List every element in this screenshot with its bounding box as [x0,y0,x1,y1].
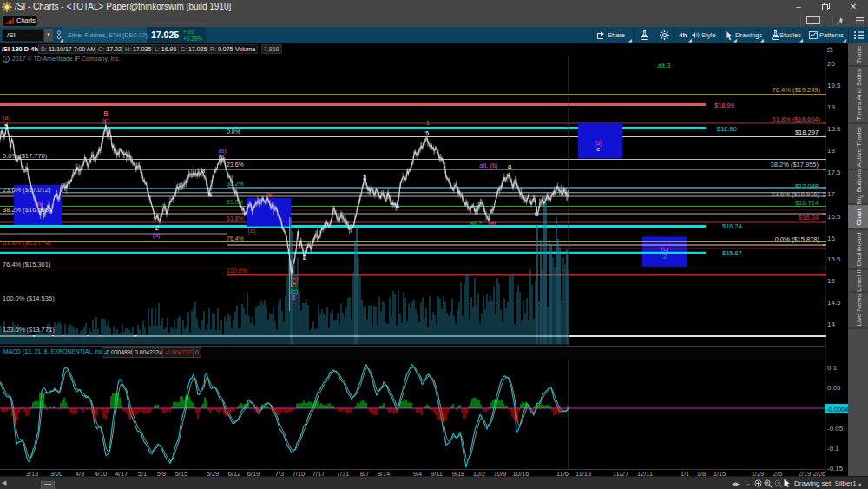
svg-text:5: 5 [219,154,222,162]
svg-text:2: 2 [663,253,667,261]
svg-text:15.5: 15.5 [827,255,841,263]
svg-text:(a): (a) [488,220,496,228]
svg-text:18.5: 18.5 [827,125,841,133]
svg-text:0.05: 0.05 [827,384,841,392]
svg-text:alt.3: alt.3 [657,62,671,69]
svg-text:1: 1 [297,229,300,237]
svg-text:4: 4 [208,191,212,199]
svg-text:$18.297: $18.297 [795,129,819,136]
svg-text:0.0% ($17.776): 0.0% ($17.776) [3,152,48,160]
svg-text:(c): (c) [102,116,110,124]
svg-text:20: 20 [827,60,835,68]
svg-text:-0.05: -0.05 [827,425,844,433]
svg-text:b: b [535,210,538,218]
svg-text:19: 19 [827,103,835,111]
svg-text:(a): (a) [247,227,256,235]
svg-text:$16.34: $16.34 [799,214,819,221]
svg-text:(b): (b) [35,200,43,208]
svg-text:61.8%: 61.8% [227,215,244,221]
svg-text:$17.088: $17.088 [795,182,819,190]
svg-text:$18.99: $18.99 [714,102,734,109]
svg-text:61.8% ($15.774): 61.8% ($15.774) [3,239,51,247]
svg-text:$15.67: $15.67 [722,249,742,257]
svg-text:17: 17 [827,190,835,198]
svg-text:19.5: 19.5 [827,82,841,89]
svg-text:-0.0004: -0.0004 [826,406,848,413]
svg-text:alt 2: alt 2 [470,220,482,228]
svg-text:$16.24: $16.24 [722,222,742,230]
svg-text:5: 5 [4,122,8,130]
svg-text:23.6% ($17.012): 23.6% ($17.012) [3,186,51,194]
svg-text:123.6% ($13.771): 123.6% ($13.771) [3,326,55,334]
svg-text:0.1: 0.1 [827,364,838,372]
svg-text:0.0% ($15.878): 0.0% ($15.878) [775,235,820,243]
svg-text:4: 4 [396,202,399,210]
svg-text:38.2% ($17.955): 38.2% ($17.955) [771,161,819,169]
svg-text:(b): (b) [266,191,274,199]
svg-text:16.5: 16.5 [827,213,841,221]
svg-text:61.8% ($18.604): 61.8% ($18.604) [773,116,821,123]
svg-text:17.5: 17.5 [827,169,841,176]
svg-text:23.6%: 23.6% [227,162,244,168]
svg-text:1: 1 [153,215,156,223]
svg-text:(c): (c) [661,245,669,253]
svg-text:(a): (a) [3,114,11,122]
svg-text:0.0%: 0.0% [227,129,240,135]
svg-text:1: 1 [426,119,430,127]
svg-text:23.6% ($16.916): 23.6% ($16.916) [772,190,820,198]
svg-text:76.4% ($19.249): 76.4% ($19.249) [773,86,821,94]
svg-text:18: 18 [827,147,835,155]
svg-text:-0.1: -0.1 [827,445,839,453]
svg-text:50.0%: 50.0% [227,199,244,205]
svg-text:3: 3 [363,174,366,182]
svg-text:-0.15: -0.15 [827,465,844,472]
svg-text:5: 5 [425,129,429,137]
svg-text:100.0%: 100.0% [227,268,247,274]
svg-text:16: 16 [827,235,835,242]
svg-text:$16.714: $16.714 [795,199,819,207]
svg-text:100.0% ($14.536): 100.0% ($14.536) [3,294,55,302]
svg-text:76.4% ($15.301): 76.4% ($15.301) [3,261,51,268]
svg-text:a: a [508,162,512,170]
svg-text:c: c [596,145,600,153]
svg-text:14: 14 [827,320,835,328]
svg-text:15: 15 [827,277,835,285]
svg-text:14.5: 14.5 [827,299,841,307]
svg-text:76.4%: 76.4% [227,235,244,241]
svg-text:$18.50: $18.50 [717,125,737,133]
svg-text:2: 2 [303,254,306,261]
svg-text:38.2%: 38.2% [227,181,244,187]
svg-text:(a): (a) [152,231,161,239]
svg-text:2: 2 [292,294,295,301]
svg-text:38.2% ($16.538): 38.2% ($16.538) [3,206,51,214]
svg-text:3: 3 [201,167,205,175]
svg-text:alt. (b): alt. (b) [479,162,498,169]
